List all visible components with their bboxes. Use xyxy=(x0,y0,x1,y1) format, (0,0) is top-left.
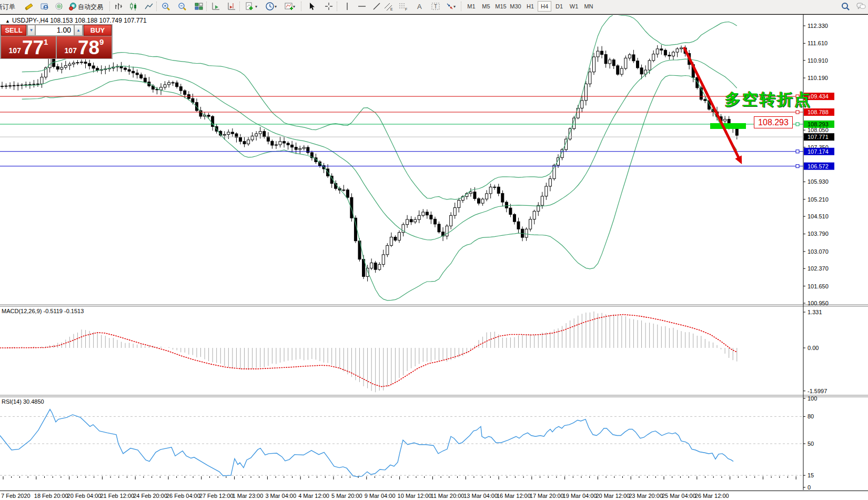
support-highlight-rect[interactable] xyxy=(710,123,746,129)
buy-quote[interactable]: 107 78 9 xyxy=(57,36,112,58)
price-axis-badge-value: 107.771 xyxy=(808,134,829,140)
time-axis-label: 19 Mar 04:00 xyxy=(563,493,597,499)
price-axis-tick: 103.070 xyxy=(808,248,829,255)
fibonacci-tool-icon[interactable]: F xyxy=(397,1,410,12)
auto-scroll-icon[interactable] xyxy=(209,1,223,12)
tab-timeframe-mn[interactable]: MN xyxy=(582,1,596,12)
time-axis-label: 11 Mar 20:00 xyxy=(430,493,464,499)
zoom-out-icon[interactable] xyxy=(175,1,189,12)
accounts-icon[interactable] xyxy=(38,1,52,12)
time-axis-label: 13 Mar 04:00 xyxy=(463,493,498,499)
sell-button[interactable]: SELL xyxy=(1,25,26,36)
indicators-dropdown[interactable]: ▾ xyxy=(293,4,295,9)
time-axis-label: 10 Mar 12:00 xyxy=(398,493,432,499)
volume-increase-button[interactable]: ▲ xyxy=(74,25,83,36)
time-axis[interactable]: 7 Feb 202018 Feb 20:0020 Feb 04:0021 Feb… xyxy=(0,491,868,500)
tab-timeframe-m30[interactable]: M30 xyxy=(509,1,522,12)
time-axis-label: 16 Mar 12:00 xyxy=(497,493,531,499)
macd-signal-line xyxy=(0,315,736,387)
rsi-indicator-label: RSI(14) 30.4850 xyxy=(2,398,44,405)
time-axis-label: 7 Feb 2020 xyxy=(1,493,31,499)
volume-decrease-button[interactable]: ▼ xyxy=(27,25,35,36)
new-order-button[interactable]: 新订单 xyxy=(0,3,22,12)
candlestick-mode-icon[interactable] xyxy=(127,1,140,12)
time-axis-label: 20 Feb 04:00 xyxy=(67,493,102,499)
time-axis-label: 18 Feb 20:00 xyxy=(34,493,68,499)
chart-shift-icon[interactable] xyxy=(225,1,238,12)
text-label-tool-icon[interactable]: T xyxy=(429,1,442,12)
price-axis-tick: 100.950 xyxy=(808,300,829,306)
market-watch-icon[interactable] xyxy=(22,1,36,12)
turning-point-annotation[interactable]: 多空转折点 xyxy=(725,89,812,111)
price-axis-tick: 105.210 xyxy=(808,196,829,203)
line-endpoint-marker[interactable] xyxy=(796,150,799,153)
tile-windows-icon[interactable] xyxy=(192,1,206,12)
buy-price-point: 9 xyxy=(99,37,104,46)
new-chart-icon[interactable] xyxy=(243,1,256,12)
tab-timeframe-m15[interactable]: M15 xyxy=(494,1,508,12)
tab-timeframe-d1[interactable]: D1 xyxy=(552,1,566,12)
svg-text:A: A xyxy=(417,3,422,11)
buy-button[interactable]: BUY xyxy=(84,25,112,36)
price-axis-tick: 102.370 xyxy=(808,265,829,272)
cursor-tool-icon[interactable] xyxy=(305,1,319,12)
rsi-axis-tick: 50 xyxy=(808,441,814,447)
tab-timeframe-m5[interactable]: M5 xyxy=(479,1,493,12)
period-dropdown[interactable]: ▾ xyxy=(275,4,277,9)
bar-chart-mode-icon[interactable] xyxy=(112,1,125,12)
bollinger-middle xyxy=(22,59,737,240)
time-axis-label: 20 Mar 12:00 xyxy=(596,493,630,499)
macd-indicator-label: MACD(12,26,9) -0.5119 -0.1513 xyxy=(2,308,84,314)
macd-axis-tick: -1.5997 xyxy=(808,388,827,394)
new-chart-dropdown[interactable]: ▾ xyxy=(255,4,257,9)
buy-price-pips: 78 xyxy=(78,39,99,57)
price-axis-tick: 103.790 xyxy=(808,231,829,237)
main-toolbar: 新订单 自动交易 ▾ ▾ ▾ xyxy=(0,0,868,14)
sell-quote[interactable]: 107 77 1 xyxy=(1,36,56,58)
line-chart-mode-icon[interactable] xyxy=(142,1,156,12)
crosshair-tool-icon[interactable] xyxy=(322,1,336,12)
chat-icon[interactable] xyxy=(854,1,868,12)
zoom-in-icon[interactable] xyxy=(159,1,173,12)
time-axis-label: 1 Mar 23:00 xyxy=(233,493,264,499)
price-callout-label[interactable]: 108.293 xyxy=(754,116,793,128)
tab-timeframe-m1[interactable]: M1 xyxy=(465,1,478,12)
search-icon[interactable] xyxy=(839,1,852,12)
chart-title: ▲USDJPY-,H4 108.153 108.188 107.749 107.… xyxy=(5,17,147,24)
price-axis-tick: 110.910 xyxy=(808,57,828,64)
sell-price-pips: 77 xyxy=(22,39,44,57)
price-axis-tick: 105.930 xyxy=(808,178,829,185)
price-axis-tick: 104.510 xyxy=(808,213,829,219)
rsi-line xyxy=(0,409,733,477)
rsi-axis-tick: 0 xyxy=(808,484,811,491)
time-axis-label: 9 Mar 04:00 xyxy=(365,493,396,499)
price-axis-badge-value: 108.293 xyxy=(808,121,829,127)
bollinger-upper xyxy=(22,15,737,199)
price-axis-tick: 101.650 xyxy=(808,283,829,289)
text-tool-icon[interactable]: A xyxy=(413,1,427,12)
tab-timeframe-h1[interactable]: H1 xyxy=(523,1,537,12)
macd-histogram xyxy=(2,312,737,392)
time-axis-label: 21 Feb 12:00 xyxy=(100,493,134,499)
signals-icon[interactable] xyxy=(53,1,66,12)
line-endpoint-marker[interactable] xyxy=(796,111,799,114)
vertical-line-tool-icon[interactable] xyxy=(340,1,354,12)
tab-timeframe-h4[interactable]: H4 xyxy=(538,1,551,12)
price-axis-tick: 108.050 xyxy=(808,127,829,133)
svg-text:T: T xyxy=(434,4,437,9)
channel-tool-icon[interactable]: E xyxy=(382,1,396,12)
svg-text:E: E xyxy=(390,7,393,11)
line-endpoint-marker[interactable] xyxy=(796,123,799,126)
time-axis-label: 26 Feb 04:00 xyxy=(166,493,200,499)
one-click-trading-panel: SELL ▼ 1.00 ▲ BUY 107 77 1 107 78 9 xyxy=(0,24,113,59)
line-endpoint-marker[interactable] xyxy=(796,165,799,168)
rsi-axis-tick: 15 xyxy=(808,472,814,478)
horizontal-line-tool-icon[interactable] xyxy=(355,1,369,12)
tab-timeframe-w1[interactable]: W1 xyxy=(567,1,581,12)
time-axis-label: 17 Mar 20:00 xyxy=(530,493,564,499)
shapes-dropdown[interactable]: ▾ xyxy=(453,4,456,9)
volume-input[interactable]: 1.00 xyxy=(35,25,74,36)
time-axis-label: 23 Mar 20:00 xyxy=(629,493,663,499)
auto-trading-label[interactable]: 自动交易 xyxy=(78,3,103,12)
time-axis-label: 24 Feb 20:00 xyxy=(133,493,167,499)
